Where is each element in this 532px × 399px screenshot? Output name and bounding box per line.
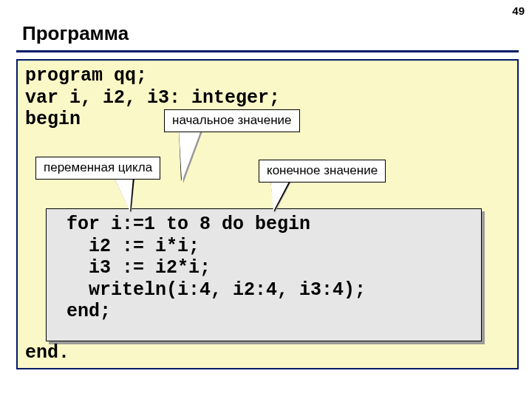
slide-title: Программа [22,22,129,45]
inner-code-panel: for i:=1 to 8 do begin i2 := i*i; i3 := … [46,208,482,341]
loop-code: for i:=1 to 8 do begin i2 := i*i; i3 := … [55,214,366,323]
callout-label: конечное значение [259,160,386,183]
callout-tail-fill [179,130,201,182]
callout-tail-fill [270,180,290,211]
callout-label: начальное значение [164,109,300,132]
code-panel: program qq; var i, i2, i3: integer; begi… [16,59,519,369]
callout-tail-fill [114,177,133,211]
title-rule [16,50,519,52]
page-number: 49 [512,4,525,17]
callout-label: переменная цикла [35,157,160,180]
code-footer: end. [25,342,69,364]
